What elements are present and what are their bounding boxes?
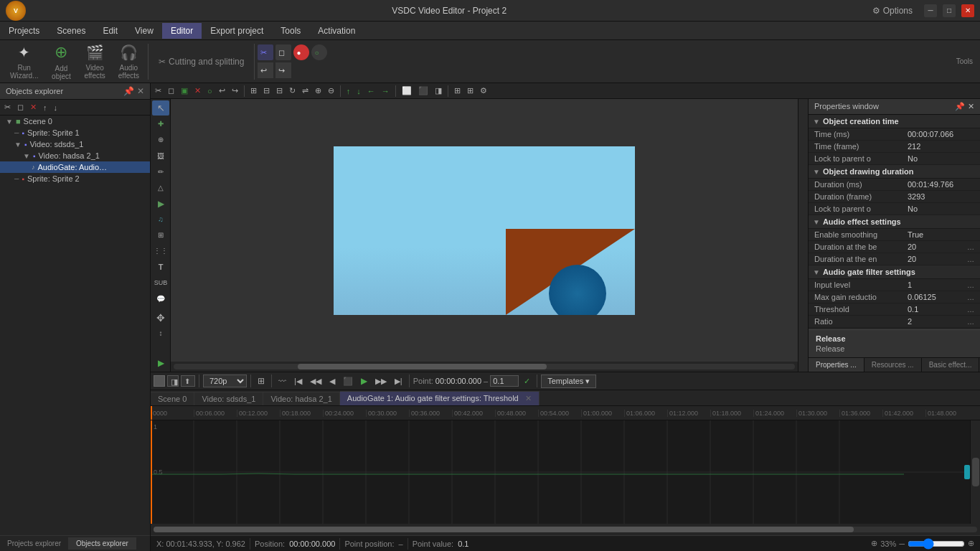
timeline-hscroll-thumb[interactable] xyxy=(154,527,854,532)
menu-edit[interactable]: Edit xyxy=(94,23,126,39)
pb-wave[interactable]: 〰 xyxy=(275,375,289,387)
group-btn[interactable]: ⊕ xyxy=(312,85,324,97)
edit-copy[interactable]: ◻ xyxy=(165,85,177,97)
pin-prop-icon[interactable]: 📌 xyxy=(955,102,965,111)
video-effects-button[interactable]: 🎬 Videoeffects xyxy=(78,42,110,81)
prop-max-gain-menu[interactable]: … xyxy=(967,293,974,301)
resolution-select[interactable]: 720p 1080p 480p xyxy=(203,375,247,387)
toolbar-extra-btn-6[interactable]: ↪ xyxy=(275,62,291,78)
cursor-tool[interactable]: ↕ xyxy=(152,326,169,341)
pb-play-mode[interactable]: ◨ xyxy=(167,375,179,387)
menu-activation[interactable]: Activation xyxy=(309,23,364,39)
edit-redo[interactable]: ↪ xyxy=(229,85,241,97)
bubble-tool[interactable]: 💬 xyxy=(152,291,169,306)
mirror-btn[interactable]: ⇌ xyxy=(299,85,311,97)
tab-video-hadsa[interactable]: Video: hadsa 2_1 xyxy=(263,392,339,405)
dots-tool[interactable]: ⋮⋮ xyxy=(152,243,169,258)
settings-icon[interactable]: ⚙ Options xyxy=(872,6,913,16)
tab-video-sdsds[interactable]: Video: sdsds_1 xyxy=(194,392,263,405)
maximize-button[interactable]: □ xyxy=(943,4,956,17)
audio-tool[interactable]: ♫ xyxy=(152,212,169,227)
objects-explorer-tab[interactable]: Objects explorer xyxy=(69,537,136,550)
obj-copy[interactable]: ◻ xyxy=(14,101,27,113)
menu-tools[interactable]: Tools xyxy=(272,23,309,39)
tab-close-icon[interactable]: ✕ xyxy=(525,394,532,402)
arrow-down[interactable]: ↓ xyxy=(354,85,364,97)
tree-sprite-1[interactable]: ─ ▪ Sprite: Sprite 1 xyxy=(0,127,150,138)
tab-scene-0[interactable]: Scene 0 xyxy=(151,392,194,405)
tree-scene-0[interactable]: ▼ ■ Scene 0 xyxy=(0,116,150,127)
toolbar-extra-btn-3[interactable]: ● xyxy=(293,44,309,60)
tree-video-sdsds[interactable]: ▼ ▪ Video: sdsds_1 xyxy=(0,138,150,150)
minimize-button[interactable]: ─ xyxy=(924,4,937,17)
run-wizard-button[interactable]: ✦ RunWizard... xyxy=(4,42,44,81)
drag-tool[interactable]: ✥ xyxy=(152,310,169,325)
canvas-hscroll-track[interactable] xyxy=(174,364,795,369)
pb-next[interactable]: ▶▶ xyxy=(372,375,390,387)
pb-go-start[interactable]: |◀ xyxy=(291,375,305,387)
grid-btn[interactable]: ⊞ xyxy=(451,85,463,97)
zoom-icon[interactable]: ⊕ xyxy=(871,539,877,548)
obj-down[interactable]: ↓ xyxy=(51,102,61,113)
prop-threshold-menu[interactable]: … xyxy=(967,306,974,314)
pb-stop-btn[interactable]: ⬛ xyxy=(340,375,356,387)
zoom-slider[interactable] xyxy=(908,538,965,550)
add-object-button[interactable]: ⊕ Addobject xyxy=(45,42,77,82)
audio-effects-button[interactable]: 🎧 Audioeffects xyxy=(113,42,145,81)
canvas-scroll[interactable] xyxy=(171,362,798,372)
play-bottom[interactable]: ▶ xyxy=(152,355,169,370)
ungroup-btn[interactable]: ⊖ xyxy=(325,85,337,97)
zoom-icon-3[interactable]: ⊕ xyxy=(968,539,974,548)
tree-sprite-2[interactable]: ─ ▪ Sprite: Sprite 2 xyxy=(0,173,150,184)
projects-explorer-tab[interactable]: Projects explorer xyxy=(0,537,69,550)
close-button[interactable]: ✕ xyxy=(961,4,974,17)
pb-preview-mode[interactable]: ⊞ xyxy=(255,375,268,387)
waveform-end-marker[interactable] xyxy=(964,465,970,479)
text-tool[interactable]: T xyxy=(152,260,169,275)
edit-cut[interactable]: ✂ xyxy=(152,85,164,97)
obj-delete[interactable]: ✕ xyxy=(27,101,39,113)
timeline-hscrollbar[interactable] xyxy=(151,524,980,535)
timeline-vscroll-thumb[interactable] xyxy=(972,458,979,486)
timeline-hscroll-track[interactable] xyxy=(154,527,977,532)
arrow-right[interactable]: → xyxy=(379,85,392,97)
align-btn[interactable]: ⊟ xyxy=(260,85,273,97)
edit-delete[interactable]: ✕ xyxy=(192,85,204,97)
zoom-icon-2[interactable]: ─ xyxy=(899,540,905,548)
triangle-tool[interactable]: △ xyxy=(152,180,169,195)
canvas-hscroll-thumb[interactable] xyxy=(298,364,546,369)
settings-btn[interactable]: ⚙ xyxy=(477,85,490,97)
pb-go-end[interactable]: ▶| xyxy=(392,375,405,387)
pin-icon[interactable]: 📌 xyxy=(123,86,134,96)
rotate-btn[interactable]: ↻ xyxy=(286,85,298,97)
pb-prev-frame[interactable]: ◀◀ xyxy=(307,375,324,387)
move-tool[interactable]: ✚ xyxy=(152,116,169,131)
prop-tab-basic-effect[interactable]: Basic effect... xyxy=(922,358,980,372)
cutting-splitting-button[interactable]: ✂ Cutting and splitting xyxy=(151,54,251,70)
prop-dur-begin-menu[interactable]: … xyxy=(967,243,974,251)
obj-cut[interactable]: ✂ xyxy=(1,101,14,113)
toolbar-extra-btn-2[interactable]: ◻ xyxy=(275,44,291,60)
point-value-input[interactable] xyxy=(490,375,519,387)
arrow-up[interactable]: ↑ xyxy=(344,85,354,97)
snap-grid-btn[interactable]: ⊞ xyxy=(464,85,476,97)
play-tool[interactable]: ▶ xyxy=(152,196,169,211)
snap-btn[interactable]: ⊞ xyxy=(248,85,260,97)
tree-video-hadsa[interactable]: ▼ ▪ Video: hadsa 2_1 xyxy=(0,150,150,161)
toolbar-extra-btn-4[interactable]: ○ xyxy=(311,44,327,60)
menu-scenes[interactable]: Scenes xyxy=(48,23,94,39)
edit-marker[interactable]: ▣ xyxy=(178,85,191,97)
pb-stop[interactable] xyxy=(154,375,165,387)
toolbar-extra-btn-1[interactable]: ✂ xyxy=(258,44,273,60)
arrow-left[interactable]: ← xyxy=(364,85,378,97)
prop-tab-properties[interactable]: Properties ... xyxy=(809,358,864,372)
pb-prev[interactable]: ◀ xyxy=(326,375,338,387)
tab-audiogate[interactable]: AudioGate 1: Audio gate filter settings:… xyxy=(340,391,540,405)
edit-undo[interactable]: ↩ xyxy=(216,85,228,97)
confirm-point[interactable]: ✓ xyxy=(521,375,533,387)
pen-tool[interactable]: ✏ xyxy=(152,164,169,179)
prop-input-level-menu[interactable]: … xyxy=(967,281,974,289)
prop-dur-end-menu[interactable]: … xyxy=(967,255,974,263)
canvas-vscroll[interactable] xyxy=(798,99,808,372)
timeline-vscroll[interactable] xyxy=(970,420,980,524)
